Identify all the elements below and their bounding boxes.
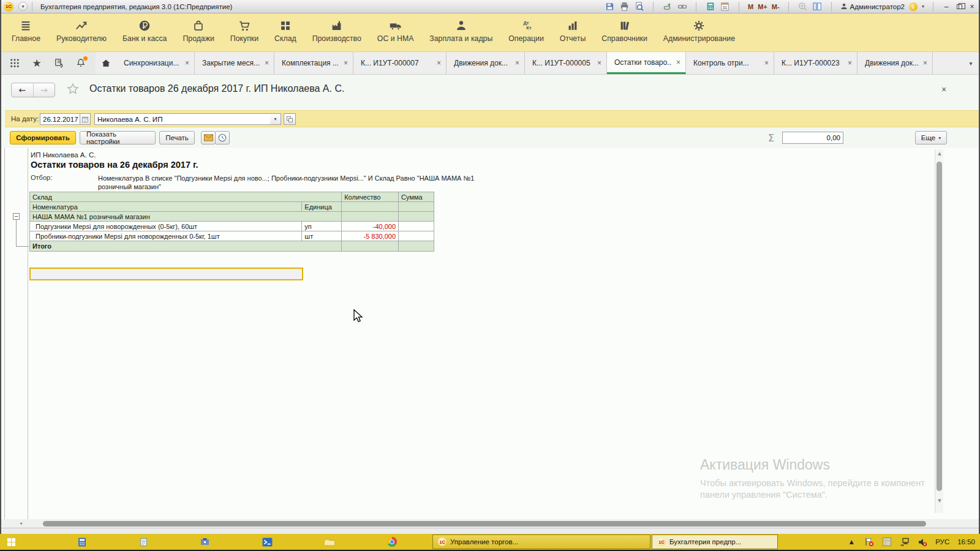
- send-mail-button[interactable]: [201, 131, 216, 144]
- item-sum-cell[interactable]: [399, 222, 434, 231]
- vertical-scrollbar[interactable]: ▲ ▼: [935, 149, 943, 513]
- horizontal-scroll-thumb[interactable]: [43, 521, 926, 527]
- form-close-icon[interactable]: ×: [941, 84, 946, 94]
- item-qty-cell[interactable]: -40,000: [342, 222, 399, 231]
- network-icon[interactable]: [900, 537, 910, 547]
- minimize-button[interactable]: –: [942, 2, 951, 10]
- notifications-bell-icon[interactable]: [75, 57, 87, 69]
- current-user[interactable]: Администратор2: [840, 2, 905, 10]
- tray-expand-icon[interactable]: ▲: [846, 537, 856, 547]
- calendar-picker-button[interactable]: [80, 113, 91, 125]
- menu-item-prodazhi[interactable]: Продажи: [175, 13, 222, 43]
- volume-muted-icon[interactable]: [918, 537, 927, 547]
- menu-item-rukovoditelyu[interactable]: Руководителю: [48, 13, 115, 43]
- apps-grid-icon[interactable]: [9, 57, 21, 69]
- tab-dvizheniya-2[interactable]: Движения док...×: [858, 52, 933, 74]
- scroll-left-icon[interactable]: ◂: [20, 520, 22, 526]
- taskbar-app-buh[interactable]: 1С Бухгалтерия предпр...: [652, 534, 778, 549]
- tab-list-dropdown[interactable]: ▾: [962, 52, 980, 74]
- menu-item-operacii[interactable]: ДтКт Операции: [500, 13, 552, 43]
- item-sum-cell[interactable]: [399, 231, 434, 241]
- menu-item-os-nma[interactable]: ОС и НМА: [369, 13, 421, 43]
- item-unit-cell[interactable]: уп: [302, 222, 342, 231]
- print-icon[interactable]: [619, 1, 630, 12]
- memory-m-plus-button[interactable]: M+: [758, 3, 767, 10]
- home-button[interactable]: [96, 52, 116, 74]
- close-icon[interactable]: ×: [432, 59, 441, 67]
- tab-dvizheniya-1[interactable]: Движения док...×: [447, 52, 525, 74]
- menu-item-otchety[interactable]: Отчеты: [552, 13, 594, 43]
- close-icon[interactable]: ×: [511, 59, 519, 67]
- item-name-cell[interactable]: Пробники-подгузники Mepsi для новорожден…: [30, 231, 302, 241]
- menu-item-spravochniki[interactable]: Справочники: [594, 13, 655, 43]
- favorite-star-icon[interactable]: [66, 82, 80, 99]
- menu-item-bank-kassa[interactable]: Банк и касса: [115, 13, 175, 43]
- tray-app-icon[interactable]: [882, 537, 892, 547]
- collapse-group-toggle[interactable]: −: [13, 213, 20, 220]
- get-link-icon[interactable]: [677, 1, 687, 12]
- notepad-taskbar-icon[interactable]: [137, 536, 149, 548]
- add-link-icon[interactable]: [662, 1, 673, 12]
- close-icon[interactable]: ×: [843, 59, 852, 67]
- language-indicator[interactable]: РУС: [935, 538, 949, 545]
- table-row[interactable]: Пробники-подгузники Mepsi для новорожден…: [30, 231, 434, 241]
- close-button[interactable]: ×: [968, 2, 976, 10]
- split-window-icon[interactable]: [812, 1, 823, 12]
- generate-button[interactable]: Сформировать: [10, 131, 76, 144]
- header-summa[interactable]: Сумма: [399, 192, 434, 202]
- choose-from-list-button[interactable]: [284, 113, 296, 125]
- header-edinica[interactable]: Единица: [302, 202, 342, 212]
- tab-komplektaciya[interactable]: Комплектация ...×: [274, 52, 353, 74]
- explorer-taskbar-icon[interactable]: [323, 536, 336, 548]
- taskbar-app-ut[interactable]: 1С Управление торгов...: [432, 534, 650, 549]
- menu-item-pokupki[interactable]: Покупки: [222, 13, 266, 43]
- more-button[interactable]: Еще▾: [915, 131, 947, 144]
- chevron-down-icon[interactable]: ▾: [922, 4, 924, 9]
- chrome-taskbar-icon[interactable]: [386, 536, 398, 548]
- system-menu-button[interactable]: ▾: [18, 2, 28, 11]
- menu-item-zarplata-kadry[interactable]: Зарплата и кадры: [421, 13, 500, 43]
- close-icon[interactable]: ×: [760, 59, 769, 67]
- 1c-config-taskbar-icon[interactable]: [198, 536, 211, 548]
- group-row[interactable]: НАША МАМА №1 розничный магазин: [30, 212, 434, 222]
- back-button[interactable]: ←: [12, 83, 34, 97]
- calendar-icon[interactable]: 31: [720, 1, 730, 12]
- item-name-cell[interactable]: Подгузники Mepsi для новорожденных (0-5к…: [30, 222, 302, 231]
- total-row[interactable]: Итого: [30, 241, 434, 252]
- table-row[interactable]: Подгузники Mepsi для новорожденных (0-5к…: [30, 222, 434, 231]
- restore-button[interactable]: [955, 2, 963, 10]
- close-icon[interactable]: ×: [593, 59, 601, 67]
- scroll-up-icon[interactable]: ▲: [935, 151, 944, 156]
- menu-item-sklad[interactable]: Склад: [266, 13, 304, 43]
- tab-zakrytie-mesyaca[interactable]: Закрытие меся...×: [195, 52, 274, 74]
- calculator-taskbar-icon[interactable]: [76, 536, 88, 548]
- date-input[interactable]: 26.12.2017: [40, 113, 80, 125]
- tab-ostatki-tovarov[interactable]: Остатки товаро...×: [607, 52, 686, 74]
- calculator-icon[interactable]: [705, 1, 715, 12]
- show-settings-button[interactable]: Показать настройки: [80, 131, 156, 144]
- close-icon[interactable]: ×: [181, 59, 189, 67]
- save-icon[interactable]: [605, 1, 615, 12]
- forward-button[interactable]: →: [34, 83, 55, 97]
- menu-item-glavnoe[interactable]: Главное: [4, 13, 48, 43]
- history-icon[interactable]: [53, 57, 65, 69]
- info-icon[interactable]: i: [909, 2, 918, 11]
- header-kolichestvo[interactable]: Количество: [342, 192, 399, 202]
- powershell-taskbar-icon[interactable]: [261, 536, 273, 548]
- tab-doc-000005[interactable]: К... И1УТ-000005×: [525, 52, 607, 74]
- start-button[interactable]: [5, 536, 17, 548]
- print-preview-icon[interactable]: [634, 1, 644, 12]
- menu-item-proizvodstvo[interactable]: Производство: [304, 13, 369, 43]
- close-icon[interactable]: ×: [672, 58, 680, 67]
- selected-cell[interactable]: [29, 268, 303, 280]
- combo-dropdown-icon[interactable]: ▾: [270, 113, 281, 125]
- tab-doc-000023[interactable]: К... И1УТ-000023×: [774, 52, 858, 74]
- close-icon[interactable]: ×: [260, 59, 269, 67]
- group-warehouse-cell[interactable]: НАША МАМА №1 розничный магазин: [30, 212, 342, 222]
- schedule-button[interactable]: [215, 131, 230, 144]
- vertical-scroll-thumb[interactable]: [937, 162, 942, 491]
- item-unit-cell[interactable]: шт: [302, 231, 342, 241]
- header-nomenklatura[interactable]: Номенклатура: [30, 202, 302, 212]
- close-icon[interactable]: ×: [919, 59, 927, 67]
- scroll-down-icon[interactable]: ▼: [935, 498, 944, 503]
